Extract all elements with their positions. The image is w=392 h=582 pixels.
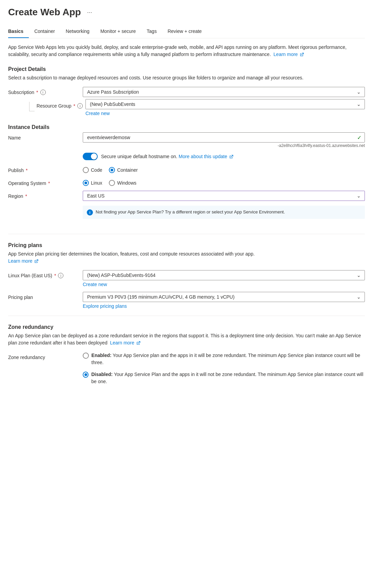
project-details-desc: Select a subscription to manage deployed… (8, 74, 365, 81)
more-options-button[interactable]: ··· (85, 8, 94, 17)
hostname-toggle[interactable] (83, 153, 98, 160)
resource-group-dropdown-wrapper: (New) PubSubEvents (85, 99, 365, 109)
name-row: Name ✓ -a2e8hcchf6a3h4fy.eastus-01.azure… (8, 132, 365, 148)
zone-disabled-option[interactable]: Disabled: Your App Service Plan and the … (83, 371, 365, 385)
resource-group-label: Resource Group * i (37, 102, 83, 109)
tab-basics[interactable]: Basics (8, 26, 29, 38)
os-linux-label: Linux (91, 180, 102, 186)
zone-redundancy-title: Zone redundancy (8, 324, 365, 330)
os-radio-group: Linux Windows (83, 178, 365, 186)
subscription-label: Subscription * i (8, 87, 83, 95)
pricing-plan-dropdown-wrapper: Premium V3 P0V3 (195 minimum ACU/vCPU, 4… (83, 292, 365, 302)
description-learn-more-link[interactable]: Learn more (274, 52, 304, 57)
os-windows-radio[interactable] (109, 180, 115, 186)
os-linux-option[interactable]: Linux (83, 180, 102, 186)
tabs-nav: Basics Container Networking Monitor + se… (8, 26, 365, 38)
zone-redundancy-label: Zone redundancy (8, 352, 83, 360)
linux-plan-control: (New) ASP-PubSubEvents-9164 Create new (83, 270, 365, 287)
tab-monitor-secure[interactable]: Monitor + secure (100, 26, 141, 38)
pricing-plan-control: Premium V3 P0V3 (195 minimum ACU/vCPU, 4… (83, 292, 365, 309)
publish-row: Publish * Code Container (8, 165, 365, 173)
hostname-toggle-label: Secure unique default hostname on. More … (101, 154, 233, 159)
linux-plan-info-icon[interactable]: i (58, 273, 63, 278)
project-details-title: Project Details (8, 66, 365, 72)
tab-networking[interactable]: Networking (66, 26, 95, 38)
resource-group-create-new-link[interactable]: Create new (85, 111, 365, 116)
hostname-more-link[interactable]: More about this update (179, 154, 233, 159)
os-linux-radio-dot (84, 182, 87, 184)
publish-code-radio[interactable] (83, 167, 89, 173)
resource-group-control: (New) PubSubEvents Create new (85, 99, 365, 116)
pricing-divider (8, 234, 365, 234)
rg-connector-line (29, 102, 35, 111)
publish-label: Publish * (8, 165, 83, 173)
region-info-text: Not finding your App Service Plan? Try a… (96, 209, 285, 215)
hostname-toggle-row: Secure unique default hostname on. More … (83, 153, 365, 160)
tab-container[interactable]: Container (34, 26, 60, 38)
name-input[interactable] (83, 132, 365, 143)
region-dropdown-wrapper: East US (83, 191, 365, 201)
publish-container-option[interactable]: Container (109, 167, 138, 173)
name-control: ✓ -a2e8hcchf6a3h4fy.eastus-01.azurewebsi… (83, 132, 365, 148)
page-description: App Service Web Apps lets you quickly bu… (8, 44, 365, 58)
publish-container-radio-dot (111, 169, 113, 171)
zone-enabled-option[interactable]: Enabled: Your App Service plan and the a… (83, 352, 365, 366)
publish-code-label: Code (91, 167, 102, 173)
page-title: Create Web App (8, 7, 81, 18)
pricing-learn-more-link[interactable]: Learn more (8, 258, 38, 264)
zone-disabled-radio[interactable] (83, 372, 89, 378)
pricing-plans-title: Pricing plans (8, 242, 365, 248)
toggle-knob (91, 153, 97, 159)
linux-plan-create-new-link[interactable]: Create new (83, 282, 365, 287)
zone-enabled-radio[interactable] (83, 353, 89, 359)
pricing-plan-dropdown[interactable]: Premium V3 P0V3 (195 minimum ACU/vCPU, 4… (83, 292, 365, 302)
publish-container-label: Container (117, 167, 138, 173)
instance-details-title: Instance Details (8, 124, 365, 130)
publish-container-radio[interactable] (109, 167, 115, 173)
explore-pricing-link[interactable]: Explore pricing plans (83, 303, 365, 309)
tab-review-create[interactable]: Review + create (168, 26, 207, 38)
linux-plan-dropdown-wrapper: (New) ASP-PubSubEvents-9164 (83, 270, 365, 280)
region-control: East US (83, 191, 365, 201)
publish-radio-group: Code Container (83, 165, 365, 173)
zone-enabled-text: Enabled: Your App Service plan and the a… (92, 352, 365, 366)
publish-code-option[interactable]: Code (83, 167, 102, 173)
publish-control: Code Container (83, 165, 365, 173)
region-label: Region * (8, 191, 83, 199)
zone-disabled-radio-dot (84, 373, 87, 376)
subscription-row: Subscription * i Azure Pass Subscription (8, 87, 365, 97)
region-row: Region * East US (8, 191, 365, 201)
linux-plan-row: Linux Plan (East US) * i (New) ASP-PubSu… (8, 270, 365, 287)
zone-divider (8, 316, 365, 316)
resource-group-info-icon[interactable]: i (77, 103, 83, 109)
pricing-plans-desc: App Service plan pricing tier determines… (8, 250, 365, 265)
zone-redundancy-control: Enabled: Your App Service plan and the a… (83, 352, 365, 390)
name-url-suffix: -a2e8hcchf6a3h4fy.eastus-01.azurewebsite… (83, 143, 365, 148)
subscription-dropdown[interactable]: Azure Pass Subscription (83, 87, 365, 97)
region-dropdown[interactable]: East US (83, 191, 365, 201)
zone-learn-more-link[interactable]: Learn more (110, 340, 140, 345)
zone-redundancy-row: Zone redundancy Enabled: Your App Servic… (8, 352, 365, 390)
name-valid-icon: ✓ (357, 134, 361, 141)
os-windows-label: Windows (117, 180, 136, 186)
operating-system-label: Operating System * (8, 178, 83, 186)
subscription-control: Azure Pass Subscription (83, 87, 365, 97)
region-info-box: i Not finding your App Service Plan? Try… (83, 206, 365, 219)
operating-system-control: Linux Windows (83, 178, 365, 186)
subscription-required: * (36, 90, 38, 95)
os-windows-option[interactable]: Windows (109, 180, 136, 186)
tab-tags[interactable]: Tags (147, 26, 162, 38)
zone-redundancy-desc: An App Service plan can be deployed as a… (8, 332, 365, 346)
subscription-info-icon[interactable]: i (40, 90, 46, 95)
name-input-wrapper: ✓ (83, 132, 365, 143)
resource-group-dropdown[interactable]: (New) PubSubEvents (85, 99, 365, 109)
subscription-dropdown-wrapper: Azure Pass Subscription (83, 87, 365, 97)
pricing-plan-label: Pricing plan (8, 292, 83, 300)
operating-system-row: Operating System * Linux Windows (8, 178, 365, 186)
resource-group-container: Resource Group * i (New) PubSubEvents Cr… (8, 99, 365, 116)
linux-plan-dropdown[interactable]: (New) ASP-PubSubEvents-9164 (83, 270, 365, 280)
linux-plan-label: Linux Plan (East US) * i (8, 270, 83, 278)
region-info-icon: i (87, 209, 93, 215)
os-linux-radio[interactable] (83, 180, 89, 186)
pricing-plan-row: Pricing plan Premium V3 P0V3 (195 minimu… (8, 292, 365, 309)
